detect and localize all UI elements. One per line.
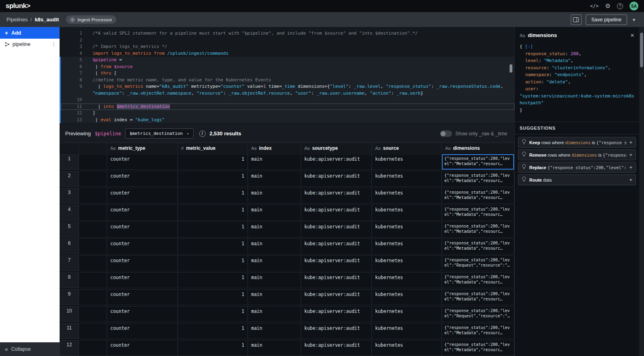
cell-metric_value[interactable]: 1 <box>178 205 248 221</box>
cell-index[interactable]: main <box>248 306 301 322</box>
cell-metric_value[interactable]: 1 <box>178 272 248 288</box>
cell-sourcetype[interactable]: kube:apiserver:audit <box>301 340 372 356</box>
column-header-blank[interactable] <box>79 143 107 153</box>
cell-blank[interactable] <box>79 306 107 322</box>
breadcrumb-pipelines[interactable]: Pipelines <box>6 17 28 23</box>
cell-blank[interactable] <box>79 323 107 339</box>
column-header-metric_type[interactable]: Aametric_type <box>107 143 178 153</box>
code-line[interactable]: 6 | from $source <box>60 64 514 70</box>
cell-dimensions[interactable]: {"response_status":200,"level":"Metadata… <box>442 154 514 170</box>
suggestion-card[interactable]: Route data+ <box>518 174 636 185</box>
cell-metric_type[interactable]: counter <box>107 255 178 271</box>
json-collapse-toggle[interactable]: [-] <box>525 44 533 49</box>
cell-blank[interactable] <box>79 188 107 204</box>
cell-metric_value[interactable]: 1 <box>178 238 248 255</box>
suggestion-card[interactable]: Replace {"response_status":200,"level":"… <box>518 162 636 173</box>
column-header-sourcetype[interactable]: Aasourcetype <box>301 143 372 153</box>
cell-metric_type[interactable]: counter <box>107 205 178 221</box>
add-suggestion-button[interactable]: + <box>629 177 632 183</box>
cell-index[interactable]: main <box>248 289 301 305</box>
code-line[interactable]: 12] <box>60 110 514 117</box>
code-line[interactable]: 10 <box>60 97 514 103</box>
column-header-source[interactable]: Aasource <box>372 143 442 153</box>
cell-dimensions[interactable]: {"response_status":200,"level":"Metadata… <box>442 205 514 221</box>
cell-sourcetype[interactable]: kube:apiserver:audit <box>301 188 372 204</box>
cell-index[interactable]: main <box>248 272 301 288</box>
cell-metric_type[interactable]: counter <box>107 272 178 288</box>
cell-dimensions[interactable]: {"response_status":200,"level":"Metadata… <box>442 221 514 238</box>
cell-metric_value[interactable]: 1 <box>178 289 248 305</box>
cell-sourcetype[interactable]: kube:apiserver:audit <box>301 289 372 305</box>
cell-sourcetype[interactable]: kube:apiserver:audit <box>301 306 372 322</box>
cell-source[interactable]: kubernetes <box>372 205 442 221</box>
cell-sourcetype[interactable]: kube:apiserver:audit <box>301 154 372 170</box>
cell-source[interactable]: kubernetes <box>372 323 442 339</box>
cell-source[interactable]: kubernetes <box>372 221 442 238</box>
cell-metric_type[interactable]: counter <box>107 306 178 322</box>
code-line[interactable]: 8//define the metric name, type, and val… <box>60 77 514 84</box>
cell-sourcetype[interactable]: kube:apiserver:audit <box>301 221 372 238</box>
code-line[interactable]: 4import logs_to_metrics from /splunk/ing… <box>60 50 514 57</box>
cell-dimensions[interactable]: {"response_status":200,"level":"Request"… <box>442 306 514 322</box>
cell-source[interactable]: kubernetes <box>372 306 442 322</box>
cell-metric_type[interactable]: counter <box>107 323 178 339</box>
cell-index[interactable]: main <box>248 171 301 187</box>
cell-dimensions[interactable]: {"response_status":200,"level":"Metadata… <box>442 323 514 339</box>
cell-source[interactable]: kubernetes <box>372 238 442 255</box>
close-icon[interactable]: ✕ <box>630 33 634 38</box>
column-header-index[interactable]: Aaindex <box>248 143 301 153</box>
chevron-down-icon[interactable]: ▾ <box>633 17 635 23</box>
code-line[interactable]: 5$pipeline = <box>60 57 514 64</box>
cell-metric_type[interactable]: counter <box>107 221 178 238</box>
cell-source[interactable]: kubernetes <box>372 340 442 356</box>
cell-index[interactable]: main <box>248 255 301 271</box>
cell-blank[interactable] <box>79 205 107 221</box>
add-suggestion-button[interactable]: + <box>629 164 632 170</box>
cell-blank[interactable] <box>79 289 107 305</box>
layout-toggle-button[interactable] <box>571 14 582 25</box>
destination-dropdown[interactable]: $metrics_destination ▾ <box>125 128 194 139</box>
cell-blank[interactable] <box>79 171 107 187</box>
scrollbar-thumb[interactable] <box>640 33 643 67</box>
code-line[interactable]: 7 | thru [ <box>60 70 514 77</box>
cell-metric_value[interactable]: 1 <box>178 221 248 238</box>
cell-source[interactable]: kubernetes <box>372 171 442 187</box>
cell-sourcetype[interactable]: kube:apiserver:audit <box>301 255 372 271</box>
cell-metric_value[interactable]: 1 <box>178 340 248 356</box>
cell-index[interactable]: main <box>248 205 301 221</box>
cell-sourcetype[interactable]: kube:apiserver:audit <box>301 205 372 221</box>
cell-dimensions[interactable]: {"response_status":200,"level":"Metadata… <box>442 340 514 356</box>
cell-dimensions[interactable]: {"response_status":200,"level":"Metadata… <box>442 188 514 204</box>
cell-dimensions[interactable]: {"response_status":200,"level":"Metadata… <box>442 238 514 255</box>
cell-index[interactable]: main <box>248 221 301 238</box>
code-line[interactable]: 3/* Import logs_to_metrics */ <box>60 43 514 50</box>
column-header-metric_value[interactable]: #metric_value <box>178 143 248 153</box>
spl2-code-editor[interactable]: 1/*A valid SPL2 statement for a pipeline… <box>60 27 514 124</box>
cell-blank[interactable] <box>79 238 107 255</box>
cell-index[interactable]: main <box>248 154 301 170</box>
cell-source[interactable]: kubernetes <box>372 154 442 170</box>
cell-sourcetype[interactable]: kube:apiserver:audit <box>301 238 372 255</box>
cell-blank[interactable] <box>79 255 107 271</box>
cell-sourcetype[interactable]: kube:apiserver:audit <box>301 272 372 288</box>
cell-metric_type[interactable]: counter <box>107 188 178 204</box>
save-pipeline-button[interactable]: Save pipeline <box>586 14 627 25</box>
cell-metric_value[interactable]: 1 <box>178 171 248 187</box>
kebab-menu-icon[interactable]: ⋮ <box>51 41 56 47</box>
cell-blank[interactable] <box>79 340 107 356</box>
collapse-sidebar-button[interactable]: « Collapse <box>0 342 60 356</box>
cell-blank[interactable] <box>79 272 107 288</box>
cell-dimensions[interactable]: {"response_status":200,"level":"Request"… <box>442 255 514 271</box>
cell-dimensions[interactable]: {"response_status":200,"level":"Metadata… <box>442 171 514 187</box>
suggestion-card[interactable]: Keep rows where dimensions is {"response… <box>518 137 636 148</box>
cell-source[interactable]: kubernetes <box>372 255 442 271</box>
cell-sourcetype[interactable]: kube:apiserver:audit <box>301 323 372 339</box>
cell-metric_value[interactable]: 1 <box>178 154 248 170</box>
column-header-dimensions[interactable]: Aadimensions <box>442 143 514 153</box>
code-icon[interactable]: </> <box>590 3 599 9</box>
code-line[interactable]: 9 | logs_to_metrics name="k8s_audit" met… <box>60 83 514 90</box>
cell-blank[interactable] <box>79 154 107 170</box>
cell-index[interactable]: main <box>248 238 301 255</box>
gear-icon[interactable]: ⚙ <box>605 2 611 10</box>
cell-source[interactable]: kubernetes <box>372 289 442 305</box>
